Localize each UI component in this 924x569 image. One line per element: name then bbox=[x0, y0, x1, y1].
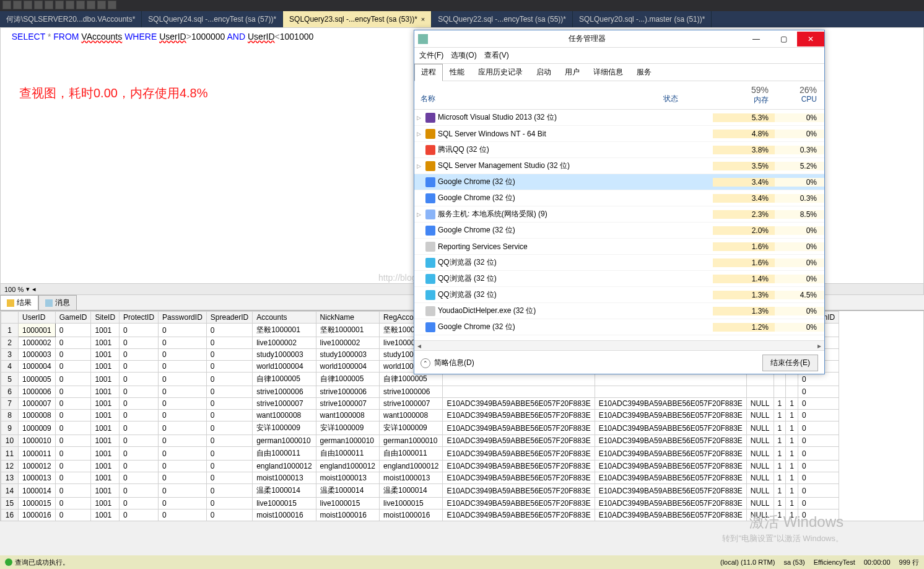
row-number[interactable]: 2 bbox=[1, 337, 19, 349]
cell[interactable]: NULL bbox=[746, 447, 774, 461]
cell[interactable]: 1001 bbox=[91, 386, 120, 398]
cell[interactable]: moist1000013 bbox=[253, 472, 316, 484]
cell[interactable]: E10ADC3949BA59ABBE56E057F20F883E bbox=[443, 410, 595, 421]
tm-titlebar[interactable]: 任务管理器 ― ▢ ✕ bbox=[414, 30, 824, 48]
cell[interactable]: 坚毅1000001 bbox=[316, 324, 379, 337]
tm-tab[interactable]: 用户 bbox=[558, 64, 586, 81]
cell[interactable]: strive1000006 bbox=[380, 386, 443, 398]
cell[interactable]: E10ADC3949BA59ABBE56E057F20F883E bbox=[595, 472, 746, 484]
cell[interactable]: 0 bbox=[206, 472, 252, 484]
cell[interactable]: E10ADC3949BA59ABBE56E057F20F883E bbox=[595, 421, 746, 435]
cell[interactable]: german1000010 bbox=[253, 435, 316, 447]
cell[interactable]: moist1000016 bbox=[253, 509, 316, 521]
tm-process-list[interactable]: ▷Microsoft Visual Studio 2013 (32 位)5.3%… bbox=[414, 110, 824, 340]
col-header[interactable] bbox=[1, 312, 19, 324]
cell[interactable]: moist1000013 bbox=[380, 472, 443, 484]
cell[interactable]: 1000012 bbox=[19, 461, 56, 472]
maximize-button[interactable]: ▢ bbox=[770, 32, 797, 46]
cell[interactable]: 1001 bbox=[91, 472, 120, 484]
process-row[interactable]: QQ浏览器 (32 位)1.4%0% bbox=[414, 271, 824, 287]
cell[interactable]: 1001 bbox=[91, 361, 120, 373]
cell[interactable]: 坚毅1000001 bbox=[253, 324, 316, 337]
cell[interactable]: 0 bbox=[159, 435, 207, 447]
minimize-button[interactable]: ― bbox=[743, 32, 770, 46]
cell[interactable]: 1 bbox=[786, 447, 798, 461]
cell[interactable]: 1000008 bbox=[19, 410, 56, 421]
cell[interactable]: 1001 bbox=[91, 447, 120, 461]
cell[interactable]: 0 bbox=[120, 472, 159, 484]
cell[interactable]: 1000015 bbox=[19, 498, 56, 509]
cell[interactable]: 0 bbox=[55, 435, 91, 447]
cell[interactable]: 0 bbox=[206, 324, 252, 337]
cell[interactable]: 1001 bbox=[91, 435, 120, 447]
cell[interactable]: 0 bbox=[159, 386, 207, 398]
cell[interactable]: 0 bbox=[798, 484, 839, 498]
cell[interactable]: E10ADC3949BA59ABBE56E057F20F883E bbox=[595, 509, 746, 521]
cell[interactable]: 0 bbox=[55, 421, 91, 435]
process-row[interactable]: ▷SQL Server Management Studio (32 位)3.5%… bbox=[414, 158, 824, 174]
cell[interactable]: 0 bbox=[55, 498, 91, 509]
cell[interactable]: 1000013 bbox=[19, 472, 56, 484]
cell[interactable]: 1000016 bbox=[19, 509, 56, 521]
tm-tab[interactable]: 启动 bbox=[530, 64, 558, 81]
cell[interactable]: 0 bbox=[206, 421, 252, 435]
cell[interactable]: 1000014 bbox=[19, 484, 56, 498]
cell[interactable]: 1 bbox=[774, 447, 786, 461]
cell[interactable]: 0 bbox=[120, 410, 159, 421]
cell[interactable]: 0 bbox=[120, 421, 159, 435]
document-tab[interactable]: SQLQuery23.sql -...encyTest (sa (53))*× bbox=[283, 11, 432, 27]
cell[interactable]: 1001 bbox=[91, 398, 120, 410]
expand-icon[interactable]: ▷ bbox=[414, 163, 423, 169]
cell[interactable]: 0 bbox=[55, 324, 91, 337]
cell[interactable]: E10ADC3949BA59ABBE56E057F20F883E bbox=[595, 410, 746, 421]
row-number[interactable]: 9 bbox=[1, 421, 19, 435]
cell[interactable]: 0 bbox=[206, 435, 252, 447]
cell[interactable]: england1000012 bbox=[253, 461, 316, 472]
cell[interactable]: 0 bbox=[120, 349, 159, 361]
tm-tab[interactable]: 进程 bbox=[414, 64, 443, 81]
cell[interactable]: 0 bbox=[206, 337, 252, 349]
col-header[interactable]: PasswordID bbox=[159, 312, 207, 324]
cell[interactable]: 自由1000011 bbox=[253, 447, 316, 461]
toolbar-icon[interactable] bbox=[97, 1, 106, 9]
col-header[interactable]: SpreaderID bbox=[206, 312, 252, 324]
tm-brief-toggle[interactable]: ⌃简略信息(D) bbox=[421, 358, 474, 368]
toolbar-icon[interactable] bbox=[2, 1, 11, 9]
col-header[interactable]: UserID bbox=[19, 312, 56, 324]
row-number[interactable]: 5 bbox=[1, 373, 19, 386]
end-task-button[interactable]: 结束任务(E) bbox=[762, 355, 818, 371]
cell[interactable]: 自律1000005 bbox=[253, 373, 316, 386]
cell[interactable]: 1001 bbox=[91, 421, 120, 435]
expand-icon[interactable]: ▷ bbox=[414, 211, 423, 218]
col-header[interactable]: SiteID bbox=[91, 312, 120, 324]
cell[interactable]: 1 bbox=[774, 472, 786, 484]
cell[interactable]: NULL bbox=[746, 421, 774, 435]
toolbar-icon[interactable] bbox=[34, 1, 43, 9]
process-row[interactable]: ▷Microsoft Visual Studio 2013 (32 位)5.3%… bbox=[414, 110, 824, 126]
cell[interactable] bbox=[595, 386, 746, 398]
col-header[interactable]: ProtectID bbox=[120, 312, 159, 324]
row-number[interactable]: 6 bbox=[1, 386, 19, 398]
document-tab[interactable]: 何涛\SQLSERVER20...dbo.VAccounts* bbox=[0, 11, 142, 27]
cell[interactable]: 1 bbox=[786, 461, 798, 472]
cell[interactable]: strive1000006 bbox=[316, 386, 379, 398]
cell[interactable]: 1 bbox=[774, 435, 786, 447]
document-tab[interactable]: SQLQuery22.sql -...encyTest (sa (55))* bbox=[432, 11, 573, 27]
cell[interactable]: 0 bbox=[120, 509, 159, 521]
col-name[interactable]: 名称 bbox=[414, 85, 663, 105]
cell[interactable]: 1 bbox=[774, 484, 786, 498]
cell[interactable]: 0 bbox=[159, 472, 207, 484]
row-number[interactable]: 3 bbox=[1, 349, 19, 361]
cell[interactable]: 0 bbox=[206, 373, 252, 386]
document-tab[interactable]: SQLQuery24.sql -...encyTest (sa (57))* bbox=[142, 11, 283, 27]
cell[interactable]: 0 bbox=[120, 337, 159, 349]
toolbar-icon[interactable] bbox=[66, 1, 74, 9]
cell[interactable]: E10ADC3949BA59ABBE56E057F20F883E bbox=[595, 435, 746, 447]
cell[interactable]: 1000005 bbox=[19, 373, 56, 386]
cell[interactable]: 0 bbox=[159, 398, 207, 410]
cell[interactable]: 0 bbox=[120, 484, 159, 498]
cell[interactable]: 0 bbox=[55, 472, 91, 484]
col-memory[interactable]: 59%内存 bbox=[713, 85, 775, 105]
cell[interactable]: strive1000007 bbox=[380, 398, 443, 410]
cell[interactable]: 安详1000009 bbox=[316, 421, 379, 435]
